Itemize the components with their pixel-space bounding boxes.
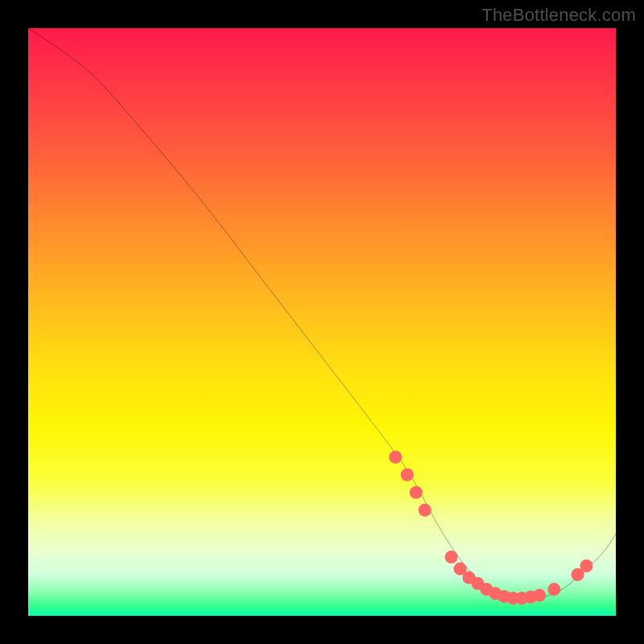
data-marker: [533, 588, 546, 601]
watermark-text: TheBottleneck.com: [481, 5, 636, 26]
chart-frame: TheBottleneck.com: [0, 0, 644, 644]
data-marker: [445, 551, 458, 564]
data-marker: [419, 504, 431, 517]
data-marker: [389, 451, 402, 464]
data-marker: [401, 469, 414, 481]
curve-line: [28, 28, 616, 600]
data-marker: [580, 559, 592, 572]
data-marker: [410, 486, 423, 499]
plot-area: [28, 28, 616, 616]
data-marker: [547, 583, 560, 596]
markers-group: [389, 451, 592, 605]
chart-svg: [28, 28, 616, 616]
